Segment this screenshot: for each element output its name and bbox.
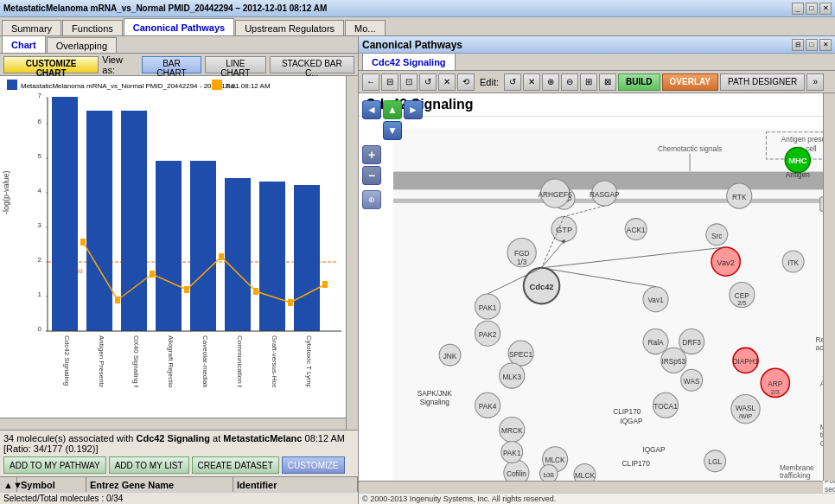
chart-bottom-scrollbar[interactable] bbox=[0, 418, 346, 430]
svg-text:WASL: WASL bbox=[736, 404, 756, 412]
svg-text:TOCA1: TOCA1 bbox=[653, 402, 678, 411]
window-title: MetastaticMelanoma mRNA_vs_Normal PMID_2… bbox=[3, 3, 327, 13]
add-to-pathway-button[interactable]: ADD TO MY PATHWAY bbox=[3, 456, 106, 474]
edit-zoom-fit[interactable]: ⊞ bbox=[580, 73, 597, 91]
customize-button[interactable]: CUSTOMIZE bbox=[282, 456, 345, 474]
svg-text:Communication between Innate a: Communication between Innate and Adaptiv… bbox=[236, 335, 244, 387]
inner-tab-cdc42[interactable]: Cdc42 Signaling bbox=[362, 53, 456, 70]
right-title-bar: Canonical Pathways ⊟ □ ✕ bbox=[359, 36, 835, 54]
svg-text:/WIP: /WIP bbox=[739, 412, 753, 420]
right-expand-button[interactable]: » bbox=[806, 73, 824, 91]
svg-text:LGL: LGL bbox=[708, 457, 722, 466]
edit-zoom-reset[interactable]: ⊠ bbox=[599, 73, 616, 91]
right-toolbar: ← ⊟ ⊡ ↺ ✕ ⟲ Edit: ↺ ✕ ⊕ ⊖ ⊞ ⊠ BUILD OVER… bbox=[359, 71, 835, 93]
zoom-out-button[interactable]: − bbox=[362, 166, 381, 185]
right-nav-back[interactable]: ← bbox=[362, 73, 379, 91]
right-panel: Canonical Pathways ⊟ □ ✕ Cdc42 Signaling… bbox=[359, 36, 835, 504]
svg-text:ARP: ARP bbox=[768, 380, 783, 388]
nav-up[interactable]: ▲ bbox=[383, 100, 402, 119]
nav-right[interactable]: ► bbox=[404, 100, 423, 119]
pathway-svg: Antigen presenting cell MHC Antigen CD8/… bbox=[393, 118, 835, 493]
close-button[interactable]: ✕ bbox=[819, 3, 832, 15]
line-chart-button[interactable]: LINE CHART bbox=[205, 56, 266, 73]
svg-rect-34 bbox=[225, 178, 251, 331]
svg-text:Allograft Rejection Signaling: Allograft Rejection Signaling bbox=[167, 335, 175, 387]
svg-rect-26 bbox=[86, 111, 112, 331]
overlay-button[interactable]: OVERLAY bbox=[662, 73, 718, 91]
pathway-right-scrollbar[interactable] bbox=[823, 93, 835, 481]
bar-chart-button[interactable]: BAR CHART bbox=[142, 56, 201, 73]
right-nav-close-x[interactable]: ✕ bbox=[438, 73, 456, 91]
edit-zoom-in[interactable]: ⊕ bbox=[542, 73, 559, 91]
svg-text:IQGAP: IQGAP bbox=[620, 417, 643, 425]
chart-area: MetastaticMelanoma mRNA_vs_Normal PMID_2… bbox=[0, 76, 358, 430]
svg-text:CLIP170: CLIP170 bbox=[613, 407, 641, 416]
add-to-list-button[interactable]: ADD TO MY LIST bbox=[109, 456, 189, 474]
edit-zoom-out[interactable]: ⊖ bbox=[561, 73, 578, 91]
second-tab-bar: Chart Overlapping bbox=[0, 36, 358, 54]
svg-text:PAK4: PAK4 bbox=[479, 402, 497, 411]
selected-count: Selected/Total molecules : 0/34 bbox=[0, 492, 358, 504]
chart-right-scrollbar[interactable] bbox=[346, 76, 358, 430]
svg-text:Src: Src bbox=[711, 232, 722, 240]
svg-text:3: 3 bbox=[38, 221, 42, 229]
svg-text:5: 5 bbox=[38, 152, 42, 160]
left-panel: Chart Overlapping CUSTOMIZE CHART View a… bbox=[0, 36, 359, 504]
svg-text:Vav2: Vav2 bbox=[717, 258, 735, 267]
tab-overlapping[interactable]: Overlapping bbox=[47, 37, 117, 53]
right-inner-tab-bar: Cdc42 Signaling bbox=[359, 54, 835, 71]
tab-functions[interactable]: Functions bbox=[62, 20, 123, 35]
symbol-col[interactable]: Symbol bbox=[17, 477, 86, 492]
status-text: 34 molecule(s) associated with Cdc42 Sig… bbox=[3, 433, 354, 454]
svg-rect-36 bbox=[259, 182, 285, 331]
stacked-bar-button[interactable]: STACKED BAR C... bbox=[270, 56, 354, 73]
svg-text:RASGAP: RASGAP bbox=[590, 190, 620, 199]
path-designer-button[interactable]: PATH DESIGNER bbox=[720, 73, 805, 91]
edit-close[interactable]: ✕ bbox=[523, 73, 540, 91]
tab-canonical-pathways[interactable]: Canonical Pathways bbox=[124, 18, 234, 35]
create-dataset-button[interactable]: CREATE DATASET bbox=[192, 456, 279, 474]
svg-text:-log(p-value): -log(p-value) bbox=[2, 170, 10, 214]
pathway-bottom-scrollbar[interactable] bbox=[359, 481, 823, 493]
nav-down[interactable]: ▼ bbox=[383, 121, 402, 140]
svg-rect-2 bbox=[212, 80, 222, 90]
action-buttons: ADD TO MY PATHWAY ADD TO MY LIST CREATE … bbox=[3, 456, 354, 474]
sort-col[interactable]: ▲▼ bbox=[0, 477, 17, 492]
right-nav-square[interactable]: ⊡ bbox=[400, 73, 418, 91]
minimize-button[interactable]: _ bbox=[792, 3, 804, 15]
svg-text:IQGAP: IQGAP bbox=[642, 445, 666, 454]
svg-text:MLK3: MLK3 bbox=[502, 373, 521, 381]
build-button[interactable]: BUILD bbox=[618, 73, 660, 91]
pathway-diagram-title: Cdc42 Signaling bbox=[359, 93, 835, 117]
svg-text:OX40 Signaling Pathway: OX40 Signaling Pathway bbox=[132, 335, 140, 387]
tab-upstream-regulators[interactable]: Upstream Regulators bbox=[235, 20, 344, 35]
tab-summary[interactable]: Summary bbox=[2, 20, 61, 35]
svg-text:Cytotoxic T Lymphocyte-mediate: Cytotoxic T Lymphocyte-mediated Apoptosi… bbox=[305, 335, 313, 387]
nav-target[interactable]: ⊕ bbox=[362, 190, 381, 209]
right-nav-reload[interactable]: ⟲ bbox=[457, 73, 475, 91]
svg-text:JNK: JNK bbox=[443, 352, 457, 360]
tab-more[interactable]: Mo... bbox=[345, 20, 385, 35]
svg-rect-0 bbox=[7, 80, 17, 90]
svg-text:RalA: RalA bbox=[648, 338, 664, 347]
svg-text:SPEC1: SPEC1 bbox=[509, 350, 533, 359]
maximize-button[interactable]: □ bbox=[806, 3, 818, 15]
edit-refresh[interactable]: ↺ bbox=[504, 73, 521, 91]
tab-chart[interactable]: Chart bbox=[2, 35, 46, 53]
right-nav-minus[interactable]: ⊟ bbox=[381, 73, 398, 91]
nav-left[interactable]: ◄ bbox=[362, 100, 381, 119]
svg-text:IRSp53: IRSp53 bbox=[662, 357, 686, 366]
right-nav-refresh[interactable]: ↺ bbox=[419, 73, 437, 91]
gene-name-col[interactable]: Entrez Gene Name bbox=[86, 477, 233, 492]
identifier-col[interactable]: Identifier bbox=[233, 477, 358, 492]
right-minimize-button[interactable]: ⊟ bbox=[792, 39, 804, 51]
right-close-button[interactable]: ✕ bbox=[819, 39, 832, 51]
svg-text:CLIP170: CLIP170 bbox=[622, 459, 651, 468]
view-as-label: View as: bbox=[102, 54, 137, 75]
svg-text:MRCK: MRCK bbox=[501, 426, 523, 435]
right-panel-title: Canonical Pathways bbox=[362, 39, 462, 51]
customize-chart-button[interactable]: CUSTOMIZE CHART bbox=[3, 56, 99, 73]
right-restore-button[interactable]: □ bbox=[806, 39, 818, 51]
zoom-in-button[interactable]: + bbox=[362, 145, 381, 164]
svg-text:secretion: secretion bbox=[825, 485, 835, 493]
